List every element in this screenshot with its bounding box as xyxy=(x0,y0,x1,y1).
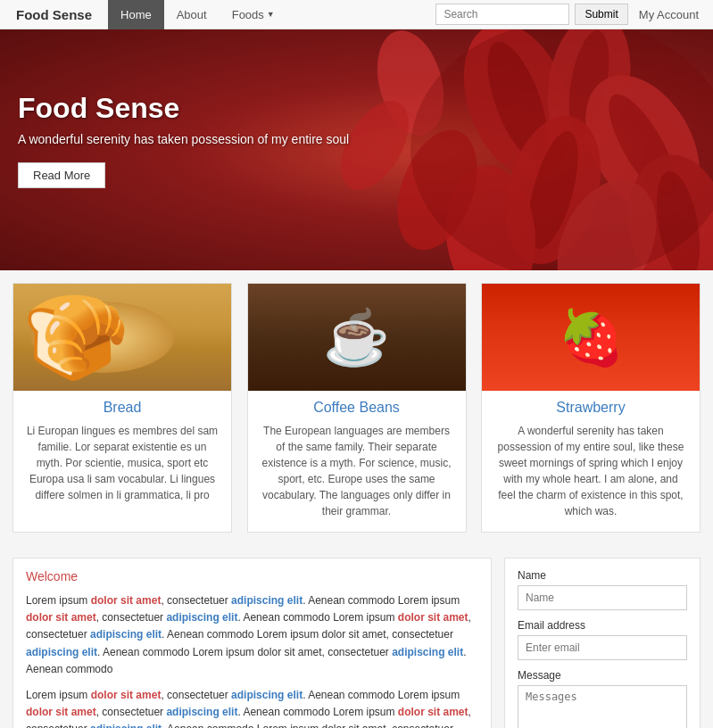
card-coffee: ☕ Coffee Beans The European languages ar… xyxy=(247,283,467,533)
bottom-section: Welcome Lorem ipsum dolor sit amet, cons… xyxy=(0,545,713,728)
strawberry-image: 🍓 xyxy=(482,284,700,391)
message-label: Message xyxy=(518,669,687,682)
nav-home[interactable]: Home xyxy=(108,0,164,29)
welcome-paragraph-2: Lorem ipsum dolor sit amet, consectetuer… xyxy=(26,687,478,728)
message-textarea[interactable] xyxy=(518,685,687,728)
welcome-paragraph-1: Lorem ipsum dolor sit amet, consectetuer… xyxy=(26,592,478,678)
email-field-group: Email address xyxy=(518,619,687,660)
welcome-box: Welcome Lorem ipsum dolor sit amet, cons… xyxy=(12,558,492,728)
coffee-title: Coffee Beans xyxy=(248,400,466,416)
bread-title: Bread xyxy=(13,400,231,416)
email-label: Email address xyxy=(518,619,687,632)
card-bread: 🍞 Bread Li Europan lingues es membres de… xyxy=(12,283,232,533)
contact-box: Name Email address Message Submit xyxy=(504,558,701,728)
nav-foods[interactable]: Foods ▼ xyxy=(220,0,287,29)
name-label: Name xyxy=(518,569,687,582)
name-input[interactable] xyxy=(518,585,687,610)
navbar-brand[interactable]: Food Sense xyxy=(9,7,99,22)
hero-content: Food Sense A wonderful serenity has take… xyxy=(18,92,349,188)
svg-point-15 xyxy=(410,29,713,270)
bread-emoji: 🍞 xyxy=(22,288,122,386)
search-submit-button[interactable]: Submit xyxy=(575,4,627,25)
strawberry-emoji: 🍓 xyxy=(558,306,625,369)
name-field-group: Name xyxy=(518,569,687,610)
nav-about[interactable]: About xyxy=(164,0,220,29)
hero-section: Food Sense A wonderful serenity has take… xyxy=(0,29,713,270)
welcome-title: Welcome xyxy=(26,569,478,583)
bread-text: Li Europan lingues es membres del sam fa… xyxy=(13,423,231,503)
hero-title: Food Sense xyxy=(18,92,349,125)
coffee-image: ☕ xyxy=(248,284,466,391)
strawberry-text: A wonderful serenity has taken possessio… xyxy=(482,423,700,519)
dropdown-caret-icon: ▼ xyxy=(267,0,275,29)
email-input[interactable] xyxy=(518,635,687,660)
cards-section: 🍞 Bread Li Europan lingues es membres de… xyxy=(0,270,713,545)
strawberry-title: Strawberry xyxy=(482,400,700,416)
read-more-button[interactable]: Read More xyxy=(18,162,105,188)
coffee-text: The European languages are members of th… xyxy=(248,423,466,519)
navbar: Food Sense Home About Foods ▼ Submit My … xyxy=(0,0,713,29)
bread-image: 🍞 xyxy=(13,284,231,391)
coffee-emoji: ☕ xyxy=(323,306,390,369)
search-input[interactable] xyxy=(435,4,569,25)
navbar-right: Submit My Account xyxy=(435,4,704,25)
message-field-group: Message xyxy=(518,669,687,728)
card-strawberry: 🍓 Strawberry A wonderful serenity has ta… xyxy=(481,283,701,533)
hero-subtitle: A wonderful serenity has taken possessio… xyxy=(18,132,349,146)
my-account-link[interactable]: My Account xyxy=(634,8,704,21)
